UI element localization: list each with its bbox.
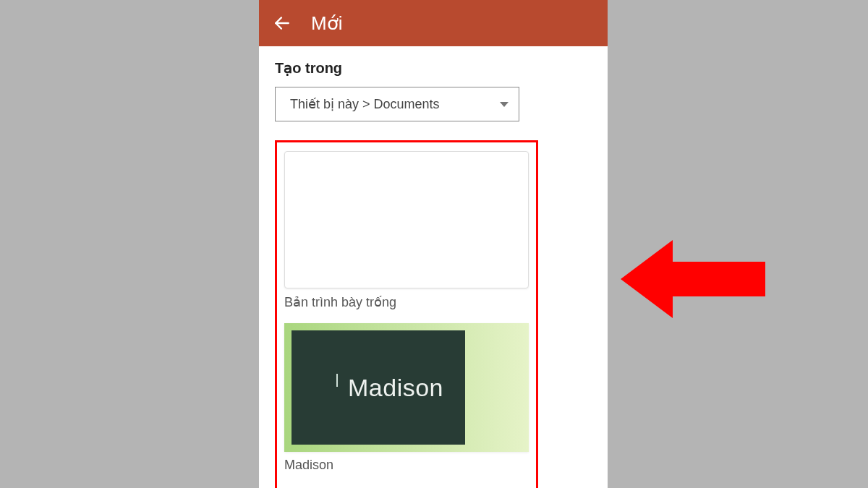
templates-highlight-box: Bản trình bày trống Madison Madison [275, 140, 538, 488]
appbar-title: Mới [311, 12, 342, 35]
madison-dark-panel: Madison [292, 330, 465, 445]
template-blank-thumbnail [284, 151, 529, 288]
template-madison[interactable]: Madison Madison [284, 323, 529, 473]
app-screen: Mới Tạo trong Thiết bị này > Documents B… [259, 0, 608, 488]
back-arrow-icon[interactable] [272, 13, 292, 33]
app-bar: Mới [259, 0, 608, 46]
create-in-label: Tạo trong [275, 59, 592, 77]
template-madison-label: Madison [284, 458, 529, 473]
annotation-arrow-icon [621, 236, 765, 322]
template-blank[interactable]: Bản trình bày trống [284, 151, 529, 310]
chevron-down-icon [500, 102, 509, 107]
content-area: Tạo trong Thiết bị này > Documents Bản t… [259, 46, 608, 488]
madison-thumb-title: Madison [348, 374, 443, 402]
location-dropdown-value: Thiết bị này > Documents [290, 96, 440, 112]
madison-accent-icon [336, 374, 338, 387]
location-dropdown[interactable]: Thiết bị này > Documents [275, 87, 519, 121]
template-blank-label: Bản trình bày trống [284, 294, 529, 310]
svg-marker-1 [621, 240, 765, 318]
template-madison-thumbnail: Madison [284, 323, 529, 452]
